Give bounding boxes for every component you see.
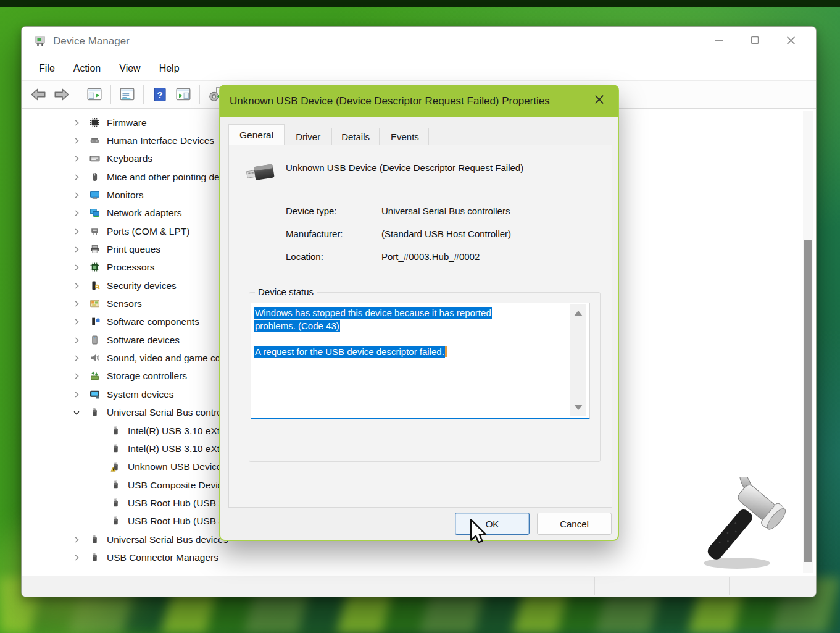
- properties-icon[interactable]: [115, 83, 139, 106]
- hammer-image: [696, 477, 789, 574]
- network-adapter-icon: [87, 208, 102, 219]
- minimize-icon: [715, 36, 723, 47]
- tree-item[interactable]: USB Connector Managers: [46, 548, 776, 566]
- field-label: Manufacturer:: [286, 228, 381, 239]
- security-device-icon: [87, 280, 102, 291]
- console-tree-icon[interactable]: [83, 83, 106, 106]
- desktop-background: Device Manager FileActionViewHelp ? Firm…: [0, 0, 840, 633]
- field-value: Port_#0003.Hub_#0002: [381, 251, 480, 262]
- toolbar-button[interactable]: [110, 85, 111, 104]
- tab[interactable]: Events: [381, 128, 429, 145]
- keyboard-icon: [87, 153, 102, 164]
- menu-item[interactable]: Action: [73, 63, 101, 74]
- tree-item-label: USB Composite Device: [128, 480, 228, 491]
- toolbar-button[interactable]: [199, 85, 200, 104]
- wallpaper-dark-strip: [0, 0, 840, 7]
- tree-scrollbar[interactable]: [803, 111, 813, 573]
- tab-strip: GeneralDriverDetailsEvents: [228, 124, 430, 145]
- device-status-label: Device status: [255, 287, 317, 297]
- status-scrollbar[interactable]: [570, 304, 586, 416]
- chevron-right-icon[interactable]: [70, 227, 83, 236]
- tree-item-label: Universal Serial Bus devices: [107, 534, 228, 545]
- help-icon[interactable]: ?: [148, 83, 172, 106]
- device-manager-icon: [33, 34, 48, 49]
- tree-item-label: Firmware: [107, 117, 147, 128]
- tree-item-label: Sensors: [107, 298, 142, 309]
- usb-icon: [108, 425, 123, 437]
- chevron-right-icon[interactable]: [70, 354, 83, 363]
- dialog-button[interactable]: OK: [455, 513, 530, 535]
- device-field-row: Manufacturer: (Standard USB Host Control…: [286, 228, 511, 251]
- chevron-down-icon[interactable]: [70, 408, 83, 417]
- field-label: Device type:: [286, 206, 381, 216]
- storage-controller-icon: [87, 371, 102, 382]
- chevron-right-icon[interactable]: [70, 209, 83, 217]
- menu-bar: FileActionViewHelp: [22, 56, 816, 81]
- maximize-button[interactable]: [737, 27, 773, 56]
- properties-dialog: Unknown USB Device (Device Descriptor Re…: [219, 85, 619, 541]
- menu-item[interactable]: View: [119, 63, 140, 74]
- statusbar-divider: [729, 577, 730, 595]
- close-button[interactable]: [773, 27, 809, 56]
- tab[interactable]: Driver: [286, 128, 330, 145]
- action-pane-icon[interactable]: [172, 83, 195, 106]
- tree-item-label: System devices: [107, 389, 174, 400]
- tree-scrollbar-thumb[interactable]: [804, 240, 812, 562]
- chevron-right-icon[interactable]: [70, 263, 83, 272]
- dialog-close-button[interactable]: [589, 85, 610, 116]
- svg-text:?: ?: [157, 90, 162, 100]
- toolbar-button[interactable]: [78, 85, 78, 104]
- chevron-right-icon[interactable]: [70, 136, 83, 145]
- chevron-right-icon[interactable]: [70, 390, 83, 399]
- window-titlebar[interactable]: Device Manager: [22, 27, 816, 56]
- chevron-right-icon[interactable]: [70, 300, 83, 308]
- chevron-right-icon[interactable]: [70, 119, 83, 127]
- usb-plug-icon: [246, 160, 277, 183]
- statusbar-divider: [594, 577, 595, 595]
- window-controls: [701, 27, 809, 56]
- forward-arrow-icon[interactable]: [50, 83, 73, 106]
- dialog-button[interactable]: Cancel: [537, 513, 612, 535]
- software-device-icon: [87, 335, 102, 346]
- menu-item[interactable]: File: [39, 63, 55, 74]
- close-icon: [786, 36, 796, 48]
- chevron-right-icon[interactable]: [70, 245, 83, 254]
- scroll-up-icon[interactable]: [574, 311, 583, 316]
- field-value: (Standard USB Host Controller): [381, 228, 511, 239]
- menu-item[interactable]: Help: [159, 63, 180, 74]
- chevron-right-icon[interactable]: [70, 336, 83, 345]
- chevron-right-icon[interactable]: [70, 553, 83, 562]
- tree-item-label: Storage controllers: [107, 371, 187, 382]
- dialog-titlebar[interactable]: Unknown USB Device (Device Descriptor Re…: [220, 85, 618, 117]
- back-arrow-icon[interactable]: [27, 83, 50, 106]
- chevron-right-icon[interactable]: [70, 535, 83, 544]
- chevron-right-icon[interactable]: [70, 317, 83, 326]
- scroll-down-icon[interactable]: [574, 405, 583, 410]
- chevron-right-icon[interactable]: [70, 372, 83, 380]
- chevron-right-icon[interactable]: [70, 154, 83, 163]
- chevron-right-icon[interactable]: [70, 173, 83, 182]
- device-field-row: Device type: Universal Serial Bus contro…: [286, 206, 511, 228]
- tree-item-label: Software components: [107, 316, 199, 327]
- close-icon: [594, 94, 604, 107]
- tree-item-label: Network adapters: [107, 208, 181, 219]
- gamepad-icon: [87, 135, 102, 146]
- toolbar-button[interactable]: [143, 85, 144, 104]
- software-component-icon: [87, 316, 102, 327]
- device-status-text[interactable]: Windows has stopped this device because …: [251, 303, 590, 419]
- tree-item-label: Monitors: [107, 190, 143, 201]
- chevron-right-icon[interactable]: [70, 191, 83, 199]
- usb-icon: [87, 534, 102, 545]
- tree-item-label: Keyboards: [107, 153, 152, 164]
- usb-icon: [87, 552, 102, 563]
- usb-icon: [108, 498, 123, 509]
- serial-port-icon: [87, 226, 102, 237]
- device-status-groupbox: Device status Windows has stopped this d…: [249, 292, 601, 462]
- tab[interactable]: Details: [331, 128, 380, 145]
- chevron-right-icon[interactable]: [70, 282, 83, 290]
- general-tab-page: Unknown USB Device (Device Descriptor Re…: [228, 145, 612, 508]
- device-field-row: Location: Port_#0003.Hub_#0002: [286, 251, 511, 274]
- minimize-button[interactable]: [701, 27, 737, 56]
- tab[interactable]: General: [228, 124, 285, 145]
- tree-item-label: Human Interface Devices: [107, 135, 214, 146]
